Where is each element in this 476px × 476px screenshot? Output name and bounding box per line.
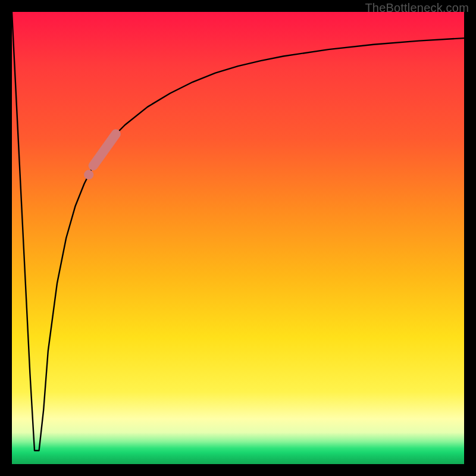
plot-area: [12, 12, 464, 464]
curve-svg: [12, 12, 464, 464]
curve-highlight-dot: [84, 170, 93, 180]
chart-frame: TheBottleneck.com: [0, 0, 476, 476]
bottleneck-curve: [12, 12, 464, 450]
curve-highlight-segment: [93, 134, 116, 165]
watermark-text: TheBottleneck.com: [365, 1, 469, 15]
